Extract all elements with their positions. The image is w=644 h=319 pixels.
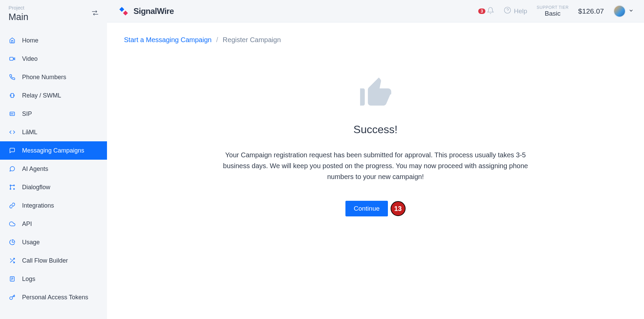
message-icon [8, 147, 16, 154]
support-tier-label: SUPPORT TIER [537, 5, 569, 10]
sidebar-item-relay[interactable]: Relay / SWML [0, 86, 107, 105]
notification-badge: 3 [478, 8, 485, 14]
key-icon [8, 294, 16, 301]
sidebar-item-call-flow-builder[interactable]: Call Flow Builder [0, 251, 107, 270]
relay-icon [8, 92, 16, 99]
sidebar-item-logs[interactable]: Logs [0, 270, 107, 288]
success-panel: Success! Your Campaign registration requ… [213, 74, 539, 216]
svg-rect-2 [11, 93, 14, 98]
pie-icon [8, 238, 16, 246]
cloud-icon [8, 220, 16, 228]
sidebar-item-label: API [22, 220, 32, 228]
success-message: Your Campaign registration request has b… [216, 149, 535, 182]
svg-point-11 [10, 189, 11, 190]
project-label: Project [8, 5, 29, 11]
sidebar-item-label: Relay / SWML [22, 92, 61, 99]
support-tier[interactable]: SUPPORT TIER Basic [537, 5, 569, 17]
breadcrumb-separator: / [216, 36, 218, 43]
sidebar-item-messaging-campaigns[interactable]: Messaging Campaigns [0, 141, 107, 160]
sidebar-item-api[interactable]: API [0, 215, 107, 233]
sidebar-item-sip[interactable]: SIP [0, 105, 107, 123]
breadcrumb-current: Register Campaign [223, 36, 281, 43]
switch-icon [92, 10, 99, 17]
notifications-button[interactable]: 3 [478, 7, 494, 16]
sidebar-item-label: Logs [22, 276, 35, 283]
sidebar-item-personal-access-tokens[interactable]: Personal Access Tokens [0, 288, 107, 306]
logo-text: SignalWire [133, 6, 174, 16]
breadcrumb-link[interactable]: Start a Messaging Campaign [124, 36, 212, 43]
sidebar-item-video[interactable]: Video [0, 50, 107, 68]
sidebar-item-dialogflow[interactable]: Dialogflow [0, 178, 107, 196]
logo-icon [117, 5, 130, 18]
video-icon [8, 55, 16, 63]
svg-point-10 [14, 185, 15, 186]
avatar [613, 5, 626, 17]
help-button[interactable]: Help [504, 6, 527, 16]
sidebar-item-integrations[interactable]: Integrations [0, 196, 107, 215]
content: Start a Messaging Campaign / Register Ca… [107, 22, 644, 319]
flow-icon [8, 183, 16, 191]
code-icon [8, 128, 16, 136]
home-icon [8, 37, 16, 44]
svg-rect-0 [10, 57, 14, 60]
support-tier-value: Basic [537, 10, 569, 17]
chevron-down-icon [628, 8, 634, 15]
sidebar-item-phone-numbers[interactable]: Phone Numbers [0, 68, 107, 86]
sidebar-item-label: Phone Numbers [22, 74, 66, 81]
continue-button[interactable]: Continue [345, 201, 388, 216]
sidebar-item-label: Personal Access Tokens [22, 294, 88, 301]
main: SignalWire 3 Help SUPPORT TIER Basic $12… [107, 0, 644, 319]
sidebar-item-label: Video [22, 55, 38, 63]
sidebar-item-ai-agents[interactable]: AI Agents [0, 160, 107, 178]
success-title: Success! [213, 123, 539, 136]
sidebar-item-label: Usage [22, 239, 40, 246]
sidebar-item-label: Home [22, 37, 38, 44]
thumbs-up-icon [213, 74, 539, 113]
logo[interactable]: SignalWire [117, 5, 471, 18]
breadcrumb: Start a Messaging Campaign / Register Ca… [124, 36, 627, 44]
balance[interactable]: $126.07 [578, 7, 604, 15]
sidebar-item-home[interactable]: Home [0, 31, 107, 50]
step-badge: 13 [391, 201, 406, 216]
sidebar-item-label: Dialogflow [22, 184, 50, 191]
user-menu[interactable] [613, 5, 634, 17]
sidebar: Project Main Home Video Phone Numbers Re… [0, 0, 107, 319]
sidebar-item-usage[interactable]: Usage [0, 233, 107, 251]
help-icon [504, 6, 511, 16]
svg-line-17 [10, 259, 12, 260]
help-label: Help [514, 7, 527, 15]
sidebar-item-label: Messaging Campaigns [22, 147, 84, 154]
phone-icon [8, 73, 16, 81]
nav-list: Home Video Phone Numbers Relay / SWML SI… [0, 27, 107, 306]
shuffle-icon [8, 257, 16, 264]
sidebar-item-laml[interactable]: LāML [0, 123, 107, 141]
project-switcher[interactable]: Project Main [0, 0, 107, 27]
topbar: SignalWire 3 Help SUPPORT TIER Basic $12… [107, 0, 644, 22]
sip-icon [8, 110, 16, 118]
chat-icon [8, 165, 16, 173]
sidebar-item-label: AI Agents [22, 165, 48, 173]
svg-point-9 [10, 185, 11, 186]
sidebar-item-label: LāML [22, 129, 37, 136]
logs-icon [8, 275, 16, 283]
project-name: Main [8, 12, 29, 22]
svg-point-22 [504, 7, 511, 13]
sidebar-item-label: Call Flow Builder [22, 257, 68, 264]
sidebar-item-label: Integrations [22, 202, 54, 209]
link-icon [8, 202, 16, 209]
sidebar-item-label: SIP [22, 110, 32, 118]
svg-point-12 [14, 189, 15, 190]
bell-icon [487, 7, 494, 16]
